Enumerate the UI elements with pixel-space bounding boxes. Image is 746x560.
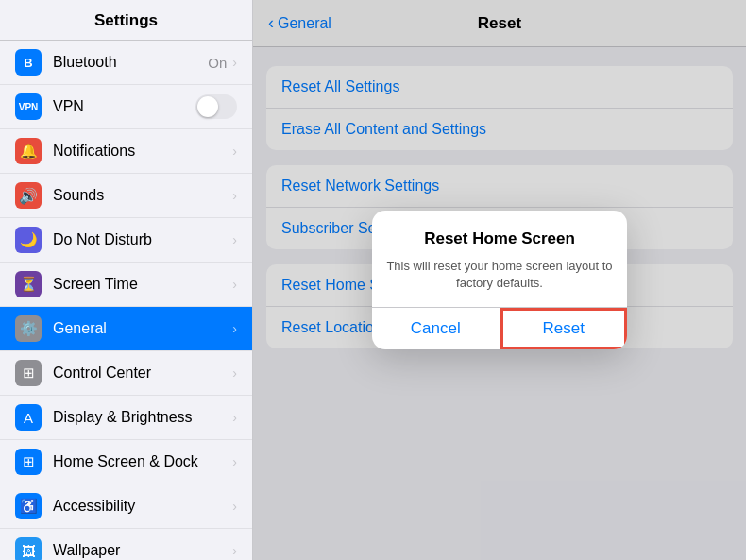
vpn-icon: VPN: [15, 93, 42, 120]
chevron-right-icon: ›: [232, 277, 237, 292]
sidebar-item-label: Accessibility: [53, 498, 232, 515]
chevron-right-icon: ›: [232, 543, 237, 558]
sidebar-item-label: Wallpaper: [53, 542, 232, 559]
displaybright-icon: A: [15, 404, 42, 431]
homescreen-icon: ⊞: [15, 449, 42, 475]
vpn-toggle[interactable]: [195, 94, 237, 119]
sidebar-item-sounds[interactable]: 🔊 Sounds ›: [0, 174, 252, 218]
donotdisturb-icon: 🌙: [15, 227, 42, 253]
sidebar-item-label: Bluetooth: [53, 54, 208, 71]
dialog-overlay: Reset Home Screen This will reset your h…: [253, 0, 746, 560]
sidebar-item-controlcenter[interactable]: ⊞ Control Center ›: [0, 351, 252, 396]
cancel-button[interactable]: Cancel: [372, 308, 500, 349]
chevron-right-icon: ›: [232, 144, 237, 159]
sidebar-item-notifications[interactable]: 🔔 Notifications ›: [0, 129, 252, 174]
sidebar-item-label: Do Not Disturb: [53, 231, 232, 248]
screentime-icon: ⏳: [15, 271, 42, 297]
sidebar-item-label: Home Screen & Dock: [53, 453, 232, 470]
reset-home-dialog: Reset Home Screen This will reset your h…: [372, 211, 627, 349]
main-content: ‹ General Reset Reset All Settings Erase…: [253, 0, 746, 560]
sidebar-item-screentime[interactable]: ⏳ Screen Time ›: [0, 263, 252, 307]
sidebar-item-label: VPN: [53, 98, 195, 115]
sidebar-items-list: B Bluetooth On › VPN VPN 🔔 Notifications…: [0, 41, 252, 560]
sidebar-item-label: Sounds: [53, 187, 232, 204]
chevron-right-icon: ›: [232, 55, 237, 70]
general-icon: ⚙️: [15, 315, 42, 342]
sounds-icon: 🔊: [15, 182, 42, 209]
sidebar-item-label: General: [53, 320, 232, 337]
dialog-message: This will reset your home screen layout …: [372, 258, 627, 307]
dialog-buttons: Cancel Reset: [372, 308, 627, 349]
dialog-title: Reset Home Screen: [387, 229, 612, 248]
reset-label: Reset: [543, 319, 585, 337]
sidebar-item-donotdisturb[interactable]: 🌙 Do Not Disturb ›: [0, 218, 252, 263]
accessibility-icon: ♿: [15, 493, 42, 519]
chevron-right-icon: ›: [232, 410, 237, 425]
sidebar-item-label: Display & Brightness: [53, 409, 232, 426]
chevron-right-icon: ›: [232, 365, 237, 381]
chevron-right-icon: ›: [232, 454, 237, 469]
notifications-icon: 🔔: [15, 138, 42, 164]
sidebar-item-accessibility[interactable]: ♿ Accessibility ›: [0, 484, 252, 529]
chevron-right-icon: ›: [232, 188, 237, 203]
dialog-header: Reset Home Screen: [372, 211, 627, 258]
sidebar-item-label: Screen Time: [53, 276, 232, 293]
sidebar-item-label: Notifications: [53, 143, 232, 160]
sidebar-item-wallpaper[interactable]: 🖼 Wallpaper ›: [0, 529, 252, 560]
sidebar-item-bluetooth[interactable]: B Bluetooth On ›: [0, 41, 252, 85]
chevron-right-icon: ›: [232, 321, 237, 336]
sidebar-item-displaybright[interactable]: A Display & Brightness ›: [0, 396, 252, 440]
sidebar-title: Settings: [0, 0, 252, 41]
sidebar-item-homescreen[interactable]: ⊞ Home Screen & Dock ›: [0, 440, 252, 484]
cancel-label: Cancel: [411, 319, 461, 337]
sidebar: Settings B Bluetooth On › VPN VPN 🔔 Noti…: [0, 0, 253, 560]
reset-button[interactable]: Reset: [500, 308, 628, 349]
sidebar-item-general[interactable]: ⚙️ General ›: [0, 307, 252, 351]
chevron-right-icon: ›: [232, 232, 237, 247]
bluetooth-icon: B: [15, 49, 42, 76]
wallpaper-icon: 🖼: [15, 537, 42, 560]
controlcenter-icon: ⊞: [15, 360, 42, 386]
bluetooth-value: On: [208, 55, 227, 71]
sidebar-item-label: Control Center: [53, 365, 232, 382]
chevron-right-icon: ›: [232, 499, 237, 514]
sidebar-item-vpn[interactable]: VPN VPN: [0, 85, 252, 129]
